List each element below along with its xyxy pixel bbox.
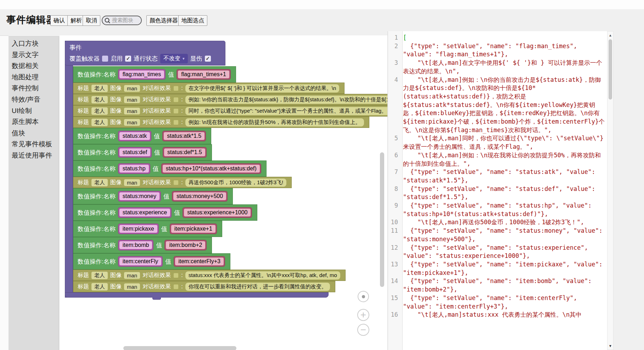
value-field[interactable]: item:bomb+2 bbox=[164, 240, 207, 250]
text-block[interactable]: 标题老人图像man对话框效果:status:xxx 代表勇士的某个属性。\n其中… bbox=[73, 270, 346, 281]
code-line[interactable]: 15 {"type": "setValue", "name": "item:ce… bbox=[388, 294, 607, 311]
value-field[interactable]: status:money+500 bbox=[172, 191, 228, 202]
code-line[interactable]: 6 "\t[老人,man]例如：\n现在我将让你的攻防提升50%，再将攻防和的十… bbox=[388, 151, 607, 168]
text-title-value[interactable]: 老人 bbox=[91, 179, 108, 186]
text-content-field[interactable]: 例如: \n你的当前攻击力是${status:atk}，防御力是${status… bbox=[185, 96, 387, 104]
text-image-value[interactable]: man bbox=[124, 96, 140, 103]
setvalue-block[interactable]: 数值操作:名称item:centerFly值item:centerFly+3 bbox=[73, 253, 230, 270]
recenter-button[interactable] bbox=[358, 291, 369, 302]
value-field[interactable]: status:def*1.5 bbox=[163, 147, 207, 158]
text-block[interactable]: 标题老人图像man对话框效果:你现在可以重新和我进行对话，进一步看到属性值的改变… bbox=[73, 281, 335, 292]
override-trigger-checkbox[interactable] bbox=[102, 56, 108, 62]
sidebar-item[interactable]: 地图处理 bbox=[12, 72, 59, 83]
sidebar-item[interactable]: 最近使用事件 bbox=[12, 150, 59, 161]
code-line[interactable]: 12 {"type": "setValue", "name": "status:… bbox=[388, 244, 607, 260]
code-line[interactable]: 2 {"type": "setValue", "name": "flag:man… bbox=[388, 42, 607, 59]
text-image-value[interactable]: man bbox=[124, 85, 140, 92]
code-line[interactable]: 14 {"type": "setValue", "name": "item:bo… bbox=[388, 277, 607, 294]
code-scrollbar-thumb[interactable] bbox=[609, 39, 612, 100]
text-content-field[interactable]: 在文字中使用${' ${ '}和 } 可以计算并显示一个表达式的结果。\n bbox=[185, 84, 340, 92]
workspace-horizontal-scrollbar[interactable] bbox=[123, 346, 236, 350]
text-effect-checkbox[interactable] bbox=[173, 180, 179, 185]
text-effect-checkbox[interactable] bbox=[173, 120, 179, 125]
text-image-value[interactable]: man bbox=[124, 119, 140, 126]
text-block[interactable]: 标题老人图像man对话框效果:同时，你也可以通过{"type": "setVal… bbox=[73, 105, 387, 117]
code-line[interactable]: 10 "\t[老人,man]再送你500金币，1000经验，1破2炸3飞！", bbox=[388, 218, 607, 227]
scroll-up-icon[interactable]: ▲ bbox=[607, 32, 613, 38]
text-content-field[interactable]: 例如: \n现在我将让你的攻防提升50%，再将攻防和的十倍加到生命值上。 bbox=[185, 118, 364, 126]
code-line[interactable]: 4 "\t[老人,man]例如：\n你的当前攻击力是${status:atk}，… bbox=[388, 76, 607, 135]
event-block-header[interactable]: 事件 覆盖触发器 启用 ✓ 通行状态 不改变 ▾ 显伤 ✓ bbox=[65, 41, 225, 66]
setvalue-block[interactable]: 数值操作:名称status:hp值status:hp+10*(status:at… bbox=[73, 160, 267, 177]
code-line[interactable]: 16 "\t[老人,man]status:xxx 代表勇士的某个属性。\n其中 bbox=[388, 311, 607, 319]
code-line[interactable]: 1[ bbox=[388, 34, 607, 42]
name-field[interactable]: status:hp bbox=[118, 163, 150, 174]
name-field[interactable]: item:pickaxe bbox=[118, 224, 159, 234]
show-damage-checkbox[interactable]: ✓ bbox=[205, 56, 211, 62]
name-field[interactable]: status:money bbox=[118, 191, 161, 202]
value-field[interactable]: status:atk*1.5 bbox=[162, 131, 206, 141]
text-block[interactable]: 标题老人图像man对话框效果:例如: \n现在我将让你的攻防提升50%，再将攻防… bbox=[73, 117, 369, 128]
sidebar-item[interactable]: 数据相关 bbox=[12, 60, 59, 72]
setvalue-block[interactable]: 数值操作:名称item:pickaxe值item:pickaxe+1 bbox=[73, 221, 222, 237]
value-field[interactable]: status:hp+10*(status:atk+status:def) bbox=[161, 163, 261, 174]
workspace-vertical-scrollbar[interactable] bbox=[380, 152, 384, 287]
code-editor-scrollbar[interactable]: ▲ ▼ bbox=[607, 31, 614, 350]
setvalue-block[interactable]: 数值操作:名称flag:man_times值flag:man_times+1 bbox=[73, 66, 236, 83]
text-title-value[interactable]: 老人 bbox=[91, 272, 108, 279]
value-field[interactable]: item:pickaxe+1 bbox=[170, 224, 217, 234]
text-content-field[interactable]: 同时，你也可以通过{"type": "setValue"}来设置一个勇士的属性、… bbox=[185, 107, 387, 115]
name-field[interactable]: item:centerFly bbox=[118, 256, 163, 267]
sidebar-item[interactable]: 显示文字 bbox=[12, 49, 59, 61]
setvalue-block[interactable]: 数值操作:名称status:atk值status:atk*1.5 bbox=[73, 128, 211, 144]
code-line[interactable]: 11 {"type": "setValue", "name": "status:… bbox=[388, 227, 607, 243]
text-title-value[interactable]: 老人 bbox=[91, 119, 108, 126]
sidebar-item[interactable]: 值块 bbox=[12, 128, 59, 139]
text-image-value[interactable]: man bbox=[124, 283, 140, 290]
text-block[interactable]: 标题老人图像man对话框效果:例如: \n你的当前攻击力是${status:at… bbox=[73, 94, 387, 105]
sidebar-item[interactable]: 入口方块 bbox=[12, 38, 59, 49]
name-field[interactable]: status:def bbox=[118, 147, 152, 158]
code-line[interactable]: 8 {"type": "setValue", "name": "status:d… bbox=[388, 185, 607, 202]
sidebar-item[interactable]: 特效/声音 bbox=[12, 94, 59, 105]
text-effect-checkbox[interactable] bbox=[173, 97, 179, 102]
blockly-workspace[interactable]: 事件 覆盖触发器 启用 ✓ 通行状态 不改变 ▾ 显伤 ✓ 数值操作:名称fla… bbox=[60, 35, 387, 350]
zoom-out-button[interactable]: − bbox=[357, 324, 369, 336]
enabled-checkbox[interactable]: ✓ bbox=[125, 56, 131, 62]
name-field[interactable]: status:experience bbox=[118, 207, 172, 218]
scroll-down-icon[interactable]: ▼ bbox=[607, 343, 613, 349]
text-content-field[interactable]: 再送你500金币，1000经验，1破2炸3飞! bbox=[185, 179, 287, 187]
pass-state-dropdown[interactable]: 不改变 ▾ bbox=[160, 54, 188, 63]
code-line[interactable]: 13 {"type": "setValue", "name": "item:pi… bbox=[388, 260, 607, 277]
setvalue-block[interactable]: 数值操作:名称item:bomb值item:bomb+2 bbox=[73, 237, 212, 253]
text-title-value[interactable]: 老人 bbox=[91, 283, 108, 290]
text-title-value[interactable]: 老人 bbox=[91, 107, 108, 115]
setvalue-block[interactable]: 数值操作:名称status:def值status:def*1.5 bbox=[73, 144, 212, 160]
name-field[interactable]: status:atk bbox=[118, 131, 151, 141]
text-effect-checkbox[interactable] bbox=[173, 108, 179, 114]
color-picker-button[interactable]: 颜色选择器 bbox=[146, 15, 181, 26]
text-content-field[interactable]: 你现在可以重新和我进行对话，进一步看到属性值的改变。 bbox=[185, 283, 330, 291]
text-title-value[interactable]: 老人 bbox=[91, 85, 108, 92]
text-block[interactable]: 标题老人图像man对话框效果:在文字中使用${' ${ '}和 } 可以计算并显… bbox=[73, 83, 345, 94]
cancel-button[interactable]: 取消 bbox=[83, 15, 100, 26]
setvalue-block[interactable]: 数值操作:名称status:money值status:money+500 bbox=[73, 188, 233, 204]
text-image-value[interactable]: man bbox=[124, 108, 140, 114]
map-pick-button[interactable]: 地图选点 bbox=[178, 15, 207, 26]
text-effect-checkbox[interactable] bbox=[173, 284, 179, 289]
search-input[interactable]: 搜索图块 bbox=[102, 16, 142, 25]
text-title-value[interactable]: 老人 bbox=[91, 96, 108, 103]
code-line[interactable]: 9 {"type": "setValue", "name": "status:h… bbox=[388, 202, 607, 218]
confirm-button[interactable]: 确认 bbox=[50, 15, 68, 26]
text-effect-checkbox[interactable] bbox=[173, 86, 179, 91]
value-field[interactable]: flag:man_times+1 bbox=[177, 69, 231, 80]
value-field[interactable]: status:experience+1000 bbox=[183, 207, 252, 218]
sidebar-item[interactable]: 原生脚本 bbox=[12, 116, 59, 128]
text-image-value[interactable]: man bbox=[124, 179, 140, 186]
setvalue-block[interactable]: 数值操作:名称status:experience值status:experien… bbox=[73, 204, 257, 221]
text-content-field[interactable]: status:xxx 代表勇士的某个属性。\n其中xxx可取hp, atk, d… bbox=[185, 271, 340, 280]
code-line[interactable]: 5 "\t[老人,man]同时，你也可以通过{\"type\": \"setVa… bbox=[388, 134, 607, 151]
sidebar-item[interactable]: 事件控制 bbox=[12, 83, 59, 94]
code-editor[interactable]: 1[2 {"type": "setValue", "name": "flag:m… bbox=[388, 31, 607, 350]
text-block[interactable]: 标题老人图像man对话框效果:再送你500金币，1000经验，1破2炸3飞! bbox=[73, 177, 292, 188]
